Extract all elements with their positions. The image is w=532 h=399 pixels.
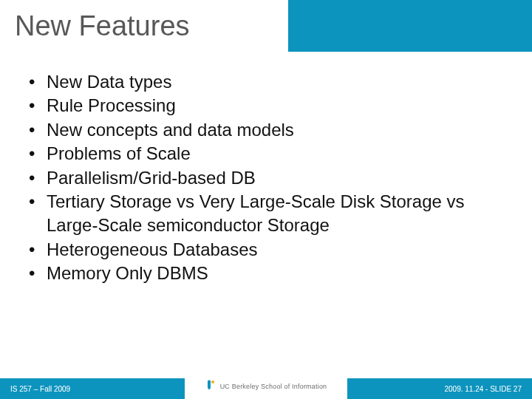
footer-left-text: IS 257 – Fall 2009 — [10, 385, 70, 393]
list-item: Tertiary Storage vs Very Large-Scale Dis… — [26, 190, 502, 238]
list-item: Memory Only DBMS — [26, 262, 502, 285]
slide: New Features New Data types Rule Process… — [0, 0, 532, 399]
list-item: Parallelism/Grid-based DB — [26, 166, 502, 190]
list-item: Rule Processing — [26, 94, 502, 117]
ischool-icon — [205, 380, 216, 393]
content-area: New Data types Rule Processing New conce… — [26, 70, 502, 286]
footer-center-logo: UC Berkeley School of Information — [185, 373, 347, 399]
list-item: Problems of Scale — [26, 142, 502, 166]
list-item: Heterogeneous Databases — [26, 238, 502, 262]
title-box: New Features — [0, 0, 288, 52]
footer-center-text: UC Berkeley School of Information — [220, 383, 327, 390]
list-item: New concepts and data models — [26, 118, 502, 142]
svg-point-0 — [211, 381, 214, 383]
bullet-list: New Data types Rule Processing New conce… — [26, 70, 502, 286]
list-item: New Data types — [26, 70, 502, 94]
slide-title: New Features — [15, 10, 190, 42]
footer-right-text: 2009. 11.24 - SLIDE 27 — [444, 385, 522, 393]
